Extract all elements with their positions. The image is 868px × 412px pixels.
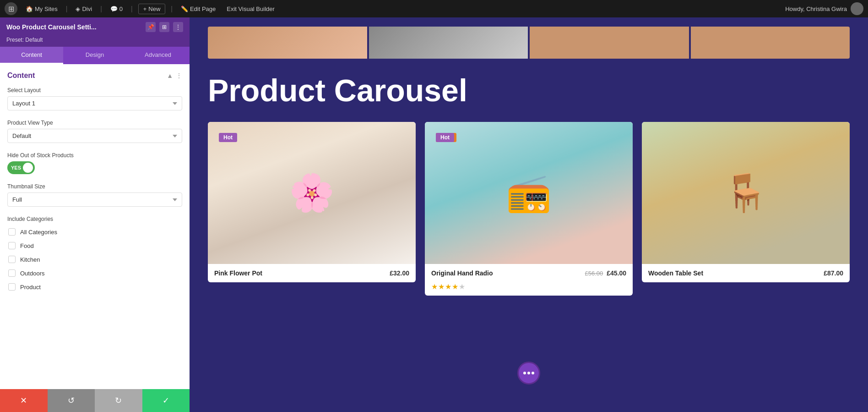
star-3: ★ bbox=[445, 282, 451, 291]
toggle-circle bbox=[23, 163, 33, 173]
floating-action-button[interactable] bbox=[517, 362, 540, 385]
thumbnail-size-label: Thumbnail Size bbox=[7, 183, 182, 190]
product-rating-2: ★ ★ ★ ★ ★ bbox=[425, 282, 633, 296]
banner-strip bbox=[208, 27, 850, 59]
collapse-icon[interactable]: ▲ bbox=[167, 72, 173, 79]
product-view-field: Product View Type Default bbox=[7, 120, 182, 143]
toggle-wrapper: YES bbox=[7, 161, 182, 174]
star-1: ★ bbox=[431, 282, 438, 291]
sidebar-header: Woo Product Carousel Setti... 📌 ⊞ ⋮ bbox=[0, 17, 190, 37]
comments-link[interactable]: 💬 0 bbox=[108, 4, 125, 14]
categories-label: Include Categories bbox=[7, 216, 182, 222]
hide-stock-toggle[interactable]: YES bbox=[7, 161, 35, 174]
category-product[interactable]: Product bbox=[7, 280, 182, 294]
category-food-checkbox[interactable] bbox=[8, 242, 16, 249]
cancel-button[interactable]: ✕ bbox=[0, 389, 48, 412]
product-new-price-2: £45.00 bbox=[607, 269, 626, 277]
product-price-3: £87.00 bbox=[824, 269, 843, 277]
hide-stock-field: Hide Out of Stock Products YES bbox=[7, 152, 182, 174]
category-food[interactable]: Food bbox=[7, 239, 182, 253]
comment-icon: 💬 bbox=[110, 5, 118, 12]
avatar bbox=[851, 2, 863, 15]
products-grid: Hot Pink Flower Pot £32.00 Sale Hot bbox=[208, 122, 850, 296]
bottom-bar: ✕ ↺ ↻ ✓ bbox=[0, 389, 190, 412]
pin-icon[interactable]: 📌 bbox=[146, 22, 156, 32]
category-product-checkbox[interactable] bbox=[8, 283, 16, 291]
tab-content[interactable]: Content bbox=[0, 47, 63, 64]
category-outdoors-checkbox[interactable] bbox=[8, 269, 16, 277]
sidebar-content: Content ▲ ⋮ Select Layout Layout 1 Produ… bbox=[0, 64, 190, 389]
product-view-label: Product View Type bbox=[7, 120, 182, 126]
star-2: ★ bbox=[438, 282, 445, 291]
select-layout-dropdown[interactable]: Layout 1 bbox=[7, 96, 182, 110]
sidebar-title: Woo Product Carousel Setti... bbox=[6, 23, 97, 31]
hide-stock-label: Hide Out of Stock Products bbox=[7, 152, 182, 159]
tab-design[interactable]: Design bbox=[63, 47, 126, 64]
section-icons: ▲ ⋮ bbox=[167, 72, 182, 79]
thumbnail-size-field: Thumbnail Size Full bbox=[7, 183, 182, 207]
undo-button[interactable]: ↺ bbox=[48, 389, 95, 412]
category-all-checkbox[interactable] bbox=[8, 228, 16, 236]
product-name-1: Pink Flower Pot bbox=[214, 269, 262, 277]
category-food-label: Food bbox=[20, 242, 34, 249]
redo-button[interactable]: ↻ bbox=[95, 389, 142, 412]
wp-icon[interactable]: ⊞ bbox=[5, 2, 17, 15]
product-info-1: Pink Flower Pot £32.00 bbox=[208, 264, 416, 282]
edit-page-link[interactable]: ✏️ Edit Page bbox=[178, 4, 218, 14]
star-empty: ★ bbox=[459, 282, 465, 291]
category-kitchen-checkbox[interactable] bbox=[8, 256, 16, 263]
section-title: Content bbox=[7, 71, 35, 80]
category-kitchen[interactable]: Kitchen bbox=[7, 253, 182, 266]
preset-label[interactable]: Preset: Default bbox=[6, 37, 43, 43]
category-outdoors[interactable]: Outdoors bbox=[7, 266, 182, 280]
exit-builder-link[interactable]: Exit Visual Builder bbox=[224, 4, 277, 14]
content-area: Product Carousel Hot Pink Flower Pot £32… bbox=[190, 17, 868, 412]
product-img-radio bbox=[425, 122, 633, 264]
category-all-label: All Categories bbox=[20, 229, 57, 236]
product-info-2: Original Hand Radio £56.00 £45.00 bbox=[425, 264, 633, 282]
product-img-table bbox=[642, 122, 850, 264]
tab-advanced[interactable]: Advanced bbox=[126, 47, 190, 64]
section-header: Content ▲ ⋮ bbox=[7, 71, 182, 80]
star-half: ★ bbox=[452, 282, 458, 291]
product-image-2: Sale Hot bbox=[425, 122, 633, 264]
category-outdoors-label: Outdoors bbox=[20, 270, 44, 277]
my-sites-link[interactable]: 🏠 My Sites bbox=[23, 4, 60, 14]
product-price-1: £32.00 bbox=[390, 269, 409, 277]
product-card-2[interactable]: Sale Hot Original Hand Radio £56.00 £45.… bbox=[425, 122, 633, 296]
banner-img-4 bbox=[691, 27, 850, 59]
categories-field: Include Categories All Categories Food K… bbox=[7, 216, 182, 294]
plus-icon: + bbox=[143, 5, 147, 12]
top-bar: ⊞ 🏠 My Sites | ◈ Divi | 💬 0 | + New | ✏️… bbox=[0, 0, 868, 17]
product-price-2: £56.00 £45.00 bbox=[585, 269, 626, 277]
product-name-2: Original Hand Radio bbox=[431, 269, 493, 277]
toggle-yes-label: YES bbox=[11, 165, 21, 170]
sidebar: Woo Product Carousel Setti... 📌 ⊞ ⋮ Pres… bbox=[0, 17, 190, 412]
more-icon[interactable]: ⋮ bbox=[176, 72, 182, 79]
product-card-1[interactable]: Hot Pink Flower Pot £32.00 bbox=[208, 122, 416, 282]
category-product-label: Product bbox=[20, 284, 41, 291]
badge-hot-1: Hot bbox=[219, 133, 237, 142]
new-button[interactable]: + New bbox=[138, 4, 166, 14]
thumbnail-size-dropdown[interactable]: Full bbox=[7, 192, 182, 207]
product-image-3 bbox=[642, 122, 850, 264]
product-image-1: Hot bbox=[208, 122, 416, 264]
badge-hot-2: Hot bbox=[436, 133, 454, 142]
pencil-icon: ✏️ bbox=[181, 5, 188, 12]
kebab-icon[interactable]: ⋮ bbox=[173, 22, 183, 32]
sites-icon: 🏠 bbox=[26, 5, 33, 12]
divi-icon: ◈ bbox=[76, 5, 80, 12]
preset-bar: Preset: Default bbox=[0, 37, 190, 47]
product-card-3[interactable]: Wooden Table Set £87.00 bbox=[642, 122, 850, 282]
select-layout-label: Select Layout bbox=[7, 87, 182, 93]
banner-img-3 bbox=[530, 27, 689, 59]
grid-icon[interactable]: ⊞ bbox=[159, 22, 169, 32]
banner-img-2 bbox=[369, 27, 528, 59]
product-view-dropdown[interactable]: Default bbox=[7, 129, 182, 143]
save-button[interactable]: ✓ bbox=[142, 389, 190, 412]
divi-link[interactable]: ◈ Divi bbox=[73, 4, 95, 14]
product-img-pink-flower bbox=[208, 122, 416, 264]
category-all[interactable]: All Categories bbox=[7, 225, 182, 239]
banner-img-1 bbox=[208, 27, 367, 59]
main-layout: Woo Product Carousel Setti... 📌 ⊞ ⋮ Pres… bbox=[0, 17, 868, 412]
